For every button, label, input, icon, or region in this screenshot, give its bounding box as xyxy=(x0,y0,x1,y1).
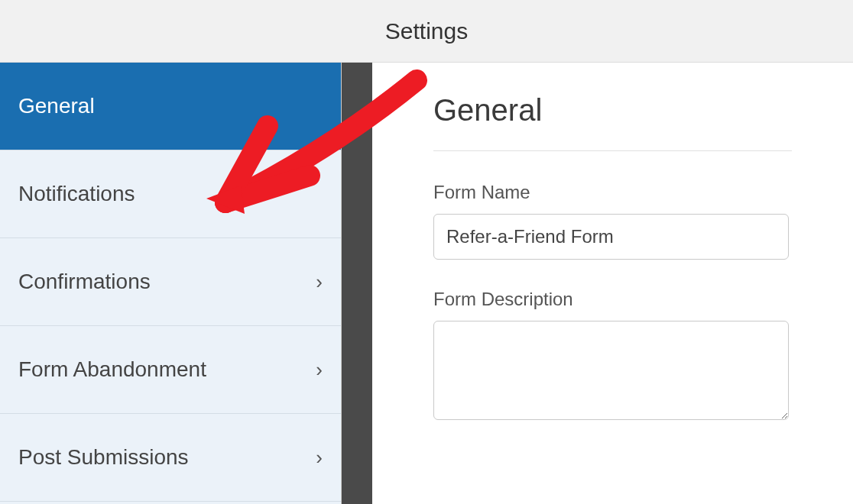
chevron-right-icon: › xyxy=(316,446,323,470)
form-description-label: Form Description xyxy=(433,289,792,310)
chevron-right-icon: › xyxy=(316,358,323,382)
sidebar-item-form-abandonment[interactable]: Form Abandonment › xyxy=(0,326,341,414)
settings-sidebar: General Notifications Confirmations › Fo… xyxy=(0,63,342,504)
divider xyxy=(433,150,792,151)
form-name-input[interactable] xyxy=(433,214,789,260)
sidebar-item-label: General xyxy=(18,94,95,118)
content-area: General Notifications Confirmations › Fo… xyxy=(0,63,853,504)
form-name-label: Form Name xyxy=(433,182,792,203)
header-title: Settings xyxy=(385,18,468,44)
sidebar-item-confirmations[interactable]: Confirmations › xyxy=(0,238,341,326)
panel-title: General xyxy=(433,93,792,128)
panel-gap xyxy=(342,63,372,504)
sidebar-item-label: Confirmations xyxy=(18,270,151,294)
sidebar-item-notifications[interactable]: Notifications xyxy=(0,150,341,238)
header: Settings xyxy=(0,0,853,63)
sidebar-item-label: Form Abandonment xyxy=(18,357,206,382)
sidebar-item-post-submissions[interactable]: Post Submissions › xyxy=(0,414,341,502)
sidebar-item-label: Notifications xyxy=(18,182,135,206)
main-panel: General Form Name Form Description xyxy=(372,63,853,504)
chevron-right-icon: › xyxy=(316,270,323,294)
sidebar-item-label: Post Submissions xyxy=(18,445,189,470)
form-description-textarea[interactable] xyxy=(433,321,789,420)
sidebar-item-general[interactable]: General xyxy=(0,63,341,150)
